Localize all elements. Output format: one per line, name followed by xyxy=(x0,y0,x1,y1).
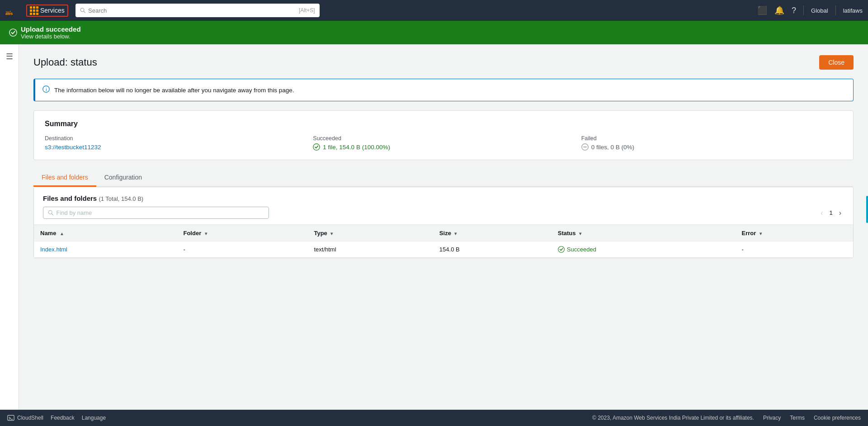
search-shortcut: [Alt+S] xyxy=(299,7,315,14)
copyright-text: © 2023, Amazon Web Services India Privat… xyxy=(592,415,754,421)
file-name-link[interactable]: Index.html xyxy=(40,246,67,253)
search-input[interactable] xyxy=(88,7,296,14)
col-folder: Folder ▾ xyxy=(177,225,307,241)
cookie-link[interactable]: Cookie preferences xyxy=(814,415,861,421)
destination-link[interactable]: s3://testbucket11232 xyxy=(45,144,101,151)
info-box: i The information below will no longer b… xyxy=(33,79,854,101)
cloudshell-icon xyxy=(7,414,14,421)
language-link[interactable]: Language xyxy=(82,415,106,421)
cell-name: Index.html xyxy=(34,241,177,258)
col-status: Status ▾ xyxy=(552,225,736,241)
status-sort-icon: ▾ xyxy=(579,231,581,236)
info-icon: i xyxy=(42,85,50,95)
type-sort-icon: ▾ xyxy=(330,231,333,236)
page-layout: ☰ Upload: status Close i The information… xyxy=(0,44,868,410)
summary-grid: Destination s3://testbucket11232 Succeed… xyxy=(45,135,842,151)
svg-rect-12 xyxy=(8,415,14,420)
summary-card: Summary Destination s3://testbucket11232… xyxy=(33,110,854,160)
cell-size: 154.0 B xyxy=(433,241,552,258)
banner-subtitle: View details below. xyxy=(21,33,81,40)
pagination: ‹ 1 › xyxy=(818,208,844,218)
scroll-indicator xyxy=(866,196,868,223)
bottom-bar: CloudShell Feedback Language © 2023, Ama… xyxy=(0,410,868,426)
svg-point-3 xyxy=(9,29,17,36)
cell-type: text/html xyxy=(307,241,433,258)
services-label: Services xyxy=(40,7,65,14)
files-search-field[interactable] xyxy=(43,207,269,219)
tabs: Files and folders Configuration xyxy=(33,169,854,187)
failed-value: 0 files, 0 B (0%) xyxy=(581,143,842,151)
grid-icon xyxy=(30,6,38,15)
svg-text:aws: aws xyxy=(5,11,13,15)
svg-text:i: i xyxy=(46,87,47,92)
close-button[interactable]: Close xyxy=(819,55,854,70)
succeeded-text: 1 file, 154.0 B (100.00%) xyxy=(323,144,390,151)
failed-icon xyxy=(581,143,589,151)
failed-text: 0 files, 0 B (0%) xyxy=(591,144,634,151)
info-message: The information below will no longer be … xyxy=(54,87,294,94)
col-type: Type ▾ xyxy=(307,225,433,241)
region-selector[interactable]: Global xyxy=(811,7,828,14)
top-navigation: aws Services [Alt+S] ⬛ 🔔 ? Global latifa… xyxy=(0,0,868,21)
svg-point-1 xyxy=(80,8,84,12)
nav-right: ⬛ 🔔 ? Global latifaws xyxy=(757,5,863,15)
svg-line-2 xyxy=(84,11,85,13)
col-error: Error ▾ xyxy=(736,225,854,241)
cell-folder: - xyxy=(177,241,307,258)
status-success: Succeeded xyxy=(558,246,729,253)
failed-item: Failed 0 files, 0 B (0%) xyxy=(581,135,842,151)
status-check-icon xyxy=(558,246,565,253)
terms-link[interactable]: Terms xyxy=(790,415,805,421)
aws-logo[interactable]: aws xyxy=(5,5,23,15)
tab-files-folders[interactable]: Files and folders xyxy=(33,169,96,187)
files-title: Files and folders (1 Total, 154.0 B) xyxy=(43,194,844,202)
nav-divider-2 xyxy=(835,5,836,15)
bottom-left: CloudShell Feedback Language xyxy=(7,414,106,421)
files-search-input[interactable] xyxy=(57,209,264,216)
services-button[interactable]: Services xyxy=(26,5,68,17)
prev-page-button[interactable]: ‹ xyxy=(818,208,826,218)
cloudshell-label: CloudShell xyxy=(17,415,43,421)
files-table: Name ▲ Folder ▾ Type ▾ Size ▾ Status ▾ xyxy=(34,225,853,258)
terminal-icon[interactable]: ⬛ xyxy=(757,5,767,15)
page-title: Upload: status xyxy=(33,57,97,68)
succeeded-item: Succeeded 1 file, 154.0 B (100.00%) xyxy=(313,135,574,151)
banner-title: Upload succeeded xyxy=(21,25,81,33)
cloudshell-button[interactable]: CloudShell xyxy=(7,414,43,421)
search-bar[interactable]: [Alt+S] xyxy=(75,4,320,17)
col-size: Size ▾ xyxy=(433,225,552,241)
svg-line-10 xyxy=(52,213,53,215)
name-sort-icon: ▲ xyxy=(60,231,64,236)
files-search-icon xyxy=(48,210,54,216)
search-icon xyxy=(80,7,85,14)
files-header: Files and folders (1 Total, 154.0 B) ‹ 1 xyxy=(34,187,853,225)
summary-title: Summary xyxy=(45,120,842,128)
help-icon[interactable]: ? xyxy=(792,6,796,15)
cell-error: - xyxy=(736,241,854,258)
size-sort-icon: ▾ xyxy=(454,231,457,236)
svg-point-11 xyxy=(558,246,565,253)
success-banner: Upload succeeded View details below. xyxy=(0,21,868,44)
table-row: Index.html-text/html154.0 B Succeeded - xyxy=(34,241,853,258)
destination-item: Destination s3://testbucket11232 xyxy=(45,135,306,151)
files-section: Files and folders (1 Total, 154.0 B) ‹ 1 xyxy=(33,187,854,258)
nav-divider xyxy=(803,5,804,15)
feedback-link[interactable]: Feedback xyxy=(51,415,75,421)
tab-configuration[interactable]: Configuration xyxy=(96,169,150,187)
user-menu[interactable]: latifaws xyxy=(843,7,863,14)
succeeded-value: 1 file, 154.0 B (100.00%) xyxy=(313,143,574,151)
privacy-link[interactable]: Privacy xyxy=(763,415,781,421)
main-content: Upload: status Close i The information b… xyxy=(19,44,868,410)
succeeded-check-icon xyxy=(313,143,320,151)
page-header: Upload: status Close xyxy=(33,55,854,70)
next-page-button[interactable]: › xyxy=(836,208,844,218)
folder-sort-icon: ▾ xyxy=(205,231,207,236)
bell-icon[interactable]: 🔔 xyxy=(774,5,784,15)
cell-status: Succeeded xyxy=(552,241,736,258)
error-sort-icon: ▾ xyxy=(760,231,762,236)
success-check-icon: Upload succeeded View details below. xyxy=(9,25,81,40)
col-name: Name ▲ xyxy=(34,225,177,241)
sidebar-toggle[interactable]: ☰ xyxy=(0,44,19,410)
table-header-row: Name ▲ Folder ▾ Type ▾ Size ▾ Status ▾ xyxy=(34,225,853,241)
svg-point-9 xyxy=(48,210,52,214)
